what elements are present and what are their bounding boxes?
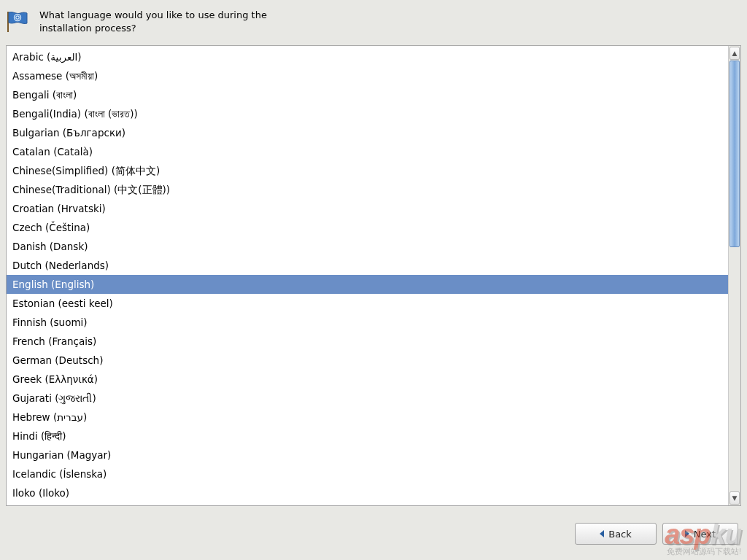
language-option[interactable]: Danish (Dansk) (7, 237, 728, 256)
language-option[interactable]: Icelandic (Íslenska) (7, 464, 728, 483)
prompt-text: What language would you like to use duri… (39, 9, 267, 35)
language-option[interactable]: Arabic (العربية) (7, 47, 728, 66)
language-option[interactable]: French (Français) (7, 332, 728, 351)
footer: Back Next aspku 免费网站源码下载站! (6, 506, 741, 554)
language-list[interactable]: Arabic (العربية)Assamese (অসমীয়া)Bengal… (7, 46, 728, 505)
arrow-right-icon (685, 530, 689, 537)
language-option[interactable]: Hindi (हिन्दी) (7, 427, 728, 446)
language-option[interactable]: Catalan (Català) (7, 142, 728, 161)
language-option[interactable]: Gujarati (ગુજરાતી) (7, 389, 728, 408)
language-flag-icon (6, 10, 29, 34)
scroll-track[interactable] (729, 61, 740, 491)
back-button-label: Back (608, 529, 632, 540)
language-option[interactable]: Hungarian (Magyar) (7, 446, 728, 464)
language-option[interactable]: Hebrew (עברית) (7, 408, 728, 427)
arrow-left-icon (600, 530, 604, 537)
scroll-down-button[interactable]: ▼ (729, 491, 740, 505)
language-option[interactable]: Estonian (eesti keel) (7, 294, 728, 313)
language-option[interactable]: Bengali(India) (বাংলা (ভারত)) (7, 104, 728, 123)
header: What language would you like to use duri… (6, 6, 741, 45)
language-option[interactable]: Croatian (Hrvatski) (7, 199, 728, 218)
language-option[interactable]: Chinese(Traditional) (中文(正體)) (7, 180, 728, 199)
next-button[interactable]: Next (662, 523, 738, 545)
language-option[interactable]: Bengali (বাংলা) (7, 85, 728, 104)
language-option[interactable]: Czech (Čeština) (7, 218, 728, 237)
language-option[interactable]: Iloko (Iloko) (7, 483, 728, 502)
language-list-container: Arabic (العربية)Assamese (অসমীয়া)Bengal… (6, 45, 741, 506)
language-option[interactable]: English (English) (7, 275, 728, 294)
language-option[interactable]: Chinese(Simplified) (简体中文) (7, 161, 728, 180)
language-option[interactable]: Bulgarian (Български) (7, 123, 728, 142)
language-option[interactable]: Greek (Ελληνικά) (7, 370, 728, 389)
next-button-label: Next (694, 529, 716, 540)
scrollbar[interactable]: ▲ ▼ (728, 46, 740, 505)
scroll-up-button[interactable]: ▲ (729, 47, 740, 60)
language-option[interactable]: German (Deutsch) (7, 351, 728, 370)
language-option[interactable]: Dutch (Nederlands) (7, 256, 728, 275)
language-option[interactable]: Indonesian (Indonesia) (7, 502, 728, 505)
language-option[interactable]: Finnish (suomi) (7, 313, 728, 332)
language-option[interactable]: Assamese (অসমীয়া) (7, 66, 728, 85)
back-button[interactable]: Back (575, 523, 657, 545)
scroll-thumb[interactable] (729, 61, 740, 247)
